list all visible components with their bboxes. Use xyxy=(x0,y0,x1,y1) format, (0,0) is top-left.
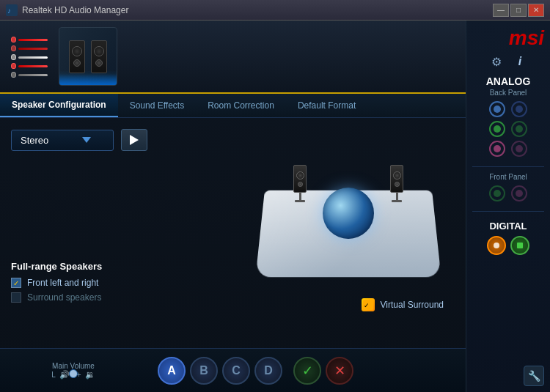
digital-buttons xyxy=(472,236,544,255)
jack-inner xyxy=(516,106,523,113)
confirm-button[interactable]: ✓ xyxy=(293,357,321,385)
jack-front-pink[interactable] xyxy=(511,185,527,201)
right-speaker-icon xyxy=(390,165,403,202)
bottom-bar: Main Volume L 🔊 + 🔉 A B C D xyxy=(0,348,466,392)
jack-inner xyxy=(494,145,501,152)
jack-front-green[interactable] xyxy=(489,185,505,201)
dropdown-arrow-icon xyxy=(82,137,91,143)
digital-label: DIGITAL xyxy=(472,221,544,232)
listener-globe xyxy=(323,188,374,239)
volume-title: Main Volume xyxy=(52,362,95,370)
vol-speaker-icon: 🔊 xyxy=(59,370,70,380)
msi-logo: msi xyxy=(472,26,544,50)
vol-sound-icon: 🔉 xyxy=(85,370,95,380)
analog-label: ANALOG xyxy=(472,75,544,87)
virtual-surround-icon: ✓ xyxy=(362,298,375,311)
svg-text:✓: ✓ xyxy=(364,302,370,309)
settings-icon[interactable]: ⚙ xyxy=(488,53,505,70)
profile-d-button[interactable]: D xyxy=(254,357,282,385)
digital-green-square xyxy=(517,243,523,248)
info-icon[interactable]: i xyxy=(512,53,528,70)
tab-speaker-config[interactable]: Speaker Configuration xyxy=(0,94,118,117)
digital-orange-dot xyxy=(494,243,499,248)
left-panel: Speaker Configuration Sound Effects Room… xyxy=(0,21,466,392)
digital-orange-button[interactable] xyxy=(487,236,506,255)
vol-left-label: L xyxy=(51,371,56,379)
profile-a-button[interactable]: A xyxy=(158,357,186,385)
back-panel-row3 xyxy=(472,141,544,157)
action-buttons: ✓ ✕ xyxy=(293,357,353,385)
wrench-button[interactable]: 🔧 xyxy=(524,366,544,386)
window-title: Realtek HD Audio Manager xyxy=(22,5,493,15)
jack-inner xyxy=(494,106,501,113)
jack-back-pink-right[interactable] xyxy=(511,141,527,157)
jack-inner xyxy=(516,125,523,133)
right-panel: msi ⚙ i ANALOG Back Panel xyxy=(466,21,550,392)
dropdown-value: Stereo xyxy=(21,135,48,146)
jack-back-blue-right[interactable] xyxy=(511,101,527,117)
jack-inner xyxy=(516,190,523,197)
rca-cables xyxy=(11,31,48,82)
jack-back-green-left[interactable] xyxy=(489,121,505,137)
divider-1 xyxy=(472,166,544,167)
jack-inner xyxy=(494,125,501,133)
maximize-button[interactable]: □ xyxy=(510,4,527,17)
window-controls: — □ ✕ xyxy=(493,4,544,17)
svg-text:♪: ♪ xyxy=(7,7,11,15)
back-panel-label: Back Panel xyxy=(472,89,544,97)
speaker-image xyxy=(59,27,117,86)
speaker-mode-dropdown[interactable]: Stereo xyxy=(11,130,114,151)
tab-bar: Speaker Configuration Sound Effects Room… xyxy=(0,94,466,118)
divider-2 xyxy=(472,211,544,212)
virtual-surround-label: Virtual Surround xyxy=(381,300,444,310)
config-area: Stereo xyxy=(0,118,466,348)
left-speaker-icon xyxy=(293,165,307,202)
surround-speakers-label: Surround speakers xyxy=(27,292,101,303)
volume-thumb[interactable] xyxy=(69,369,78,378)
jack-inner xyxy=(494,190,501,197)
jack-back-blue-left[interactable] xyxy=(489,101,505,117)
volume-section: Main Volume L 🔊 + 🔉 xyxy=(11,362,136,380)
profile-b-button[interactable]: B xyxy=(190,357,218,385)
header-area xyxy=(0,21,466,94)
app-icon: ♪ xyxy=(6,4,18,16)
bottom-right-area: 🔧 xyxy=(472,366,544,386)
digital-green-button[interactable] xyxy=(510,236,529,255)
play-icon xyxy=(130,135,139,145)
minimize-button[interactable]: — xyxy=(493,4,509,17)
front-panel-row1 xyxy=(472,185,544,201)
back-panel-row2 xyxy=(472,121,544,137)
play-test-button[interactable] xyxy=(121,129,147,151)
profile-c-button[interactable]: C xyxy=(222,357,250,385)
right-icon-row: ⚙ i xyxy=(472,53,544,70)
tab-room-correction[interactable]: Room Correction xyxy=(196,94,286,117)
tab-default-format[interactable]: Default Format xyxy=(286,94,367,117)
front-speakers-label: Front left and right xyxy=(27,278,98,288)
jack-back-pink-left[interactable] xyxy=(489,141,505,157)
back-panel-row1 xyxy=(472,101,544,117)
jack-inner xyxy=(516,145,523,152)
msi-brand-text: msi xyxy=(509,26,544,49)
front-panel-label: Front Panel xyxy=(472,173,544,181)
profile-buttons: A B C D xyxy=(158,357,282,385)
titlebar: ♪ Realtek HD Audio Manager — □ ✕ xyxy=(0,0,550,21)
speaker-visualization xyxy=(246,129,451,297)
front-speakers-checkbox[interactable] xyxy=(11,278,21,288)
jack-back-green-right[interactable] xyxy=(511,121,527,137)
cancel-button[interactable]: ✕ xyxy=(326,357,353,385)
surround-speakers-checkbox[interactable] xyxy=(11,292,21,303)
close-button[interactable]: ✕ xyxy=(528,4,544,17)
virtual-surround-row: ✓ Virtual Surround xyxy=(362,298,444,311)
tab-sound-effects[interactable]: Sound Effects xyxy=(118,94,197,117)
